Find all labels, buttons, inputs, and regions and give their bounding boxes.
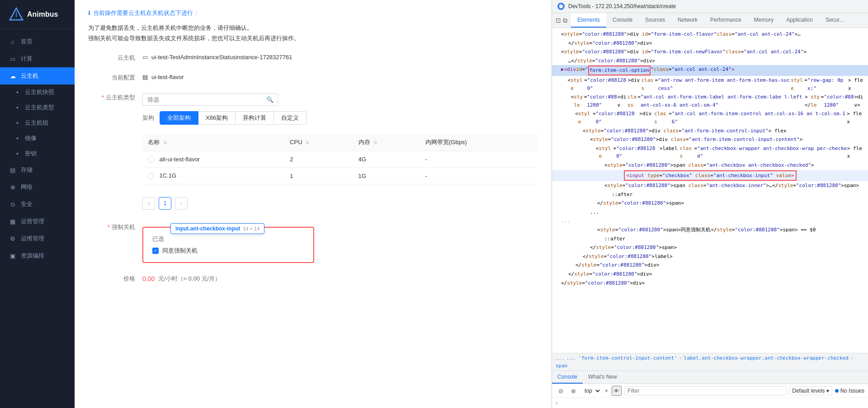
sidebar-item-security[interactable]: ⊙ 安全 bbox=[0, 196, 75, 213]
code-line[interactable]: <style="color:#881280">div class="ant-fo… bbox=[552, 127, 868, 136]
code-line[interactable]: <style="color:#881280">div class="ant-co… bbox=[552, 109, 868, 126]
arch-btn-all[interactable]: 全部架构 bbox=[160, 111, 198, 125]
breadcrumb-item-2[interactable]: label.ant-checkbox-wrapper.ant-checkbox-… bbox=[684, 355, 849, 361]
code-line[interactable]: <style="color:#881280">div class="ant-co… bbox=[552, 93, 868, 109]
sidebar-item-vmtype[interactable]: 云主机类型 bbox=[0, 100, 75, 115]
code-line[interactable]: ::after bbox=[552, 190, 868, 199]
devtools-tab-memory[interactable]: Memory bbox=[748, 13, 780, 28]
sidebar-item-network-label: 网络 bbox=[21, 183, 33, 191]
sidebar-item-storage[interactable]: ▤ 存储 bbox=[0, 161, 75, 178]
sidebar-item-storage-label: 存储 bbox=[21, 166, 33, 174]
devtools-tab-performance[interactable]: Performance bbox=[704, 13, 748, 28]
code-line[interactable]: </style="color:#881280">div> bbox=[552, 261, 868, 270]
ops-icon: ▦ bbox=[9, 218, 16, 225]
sidebar-item-devops[interactable]: ⚙ 运维管理 bbox=[0, 230, 75, 247]
code-line[interactable]: <style="color:#881280">label class="ant-… bbox=[552, 144, 868, 161]
vm-type-label: 云主机类型 bbox=[88, 91, 142, 102]
table-row[interactable]: 1C.1G 1 1G - bbox=[142, 168, 538, 184]
device-icon[interactable]: ⧉ bbox=[563, 17, 567, 24]
sort-icon-memory[interactable]: ⇅ bbox=[373, 140, 377, 145]
vm-name-row: 云主机 ▭ ui-test-TestAdminInstanceStatusins… bbox=[88, 51, 538, 62]
console-tab-whatsnew[interactable]: What's New bbox=[583, 371, 623, 384]
home-icon: ⌂ bbox=[9, 38, 16, 45]
code-line[interactable]: ::after bbox=[552, 234, 868, 244]
default-levels-select[interactable]: Default levels ▾ bbox=[789, 386, 832, 395]
code-line[interactable]: <style="color:#881280">div class="ant-fo… bbox=[552, 135, 868, 144]
console-context-select[interactable]: top bbox=[581, 386, 601, 395]
console-tab-console[interactable]: Console bbox=[552, 371, 583, 384]
console-eye-btn[interactable]: 👁 bbox=[612, 386, 622, 396]
sidebar-item-ops[interactable]: ▦ 运营管理 bbox=[0, 213, 75, 230]
code-line[interactable]: <style="color:#881280">div class="ant-ro… bbox=[552, 76, 868, 93]
devtools-tab-security[interactable]: Secur... bbox=[819, 13, 850, 28]
code-line[interactable]: </style="color:#881280">div> bbox=[552, 39, 868, 48]
sidebar-item-resource[interactable]: ▣ 资源编排 bbox=[0, 247, 75, 264]
warning-text-block: 为了避免数据丢失，云主机将关机中断您的业务，请仔细确认。 强制关机可能会导致数据… bbox=[88, 23, 538, 44]
arch-btn-x86[interactable]: X86架构 bbox=[198, 111, 236, 125]
prev-page-btn[interactable]: ‹ bbox=[142, 197, 155, 210]
forced-shutdown-label: 强制关机 bbox=[88, 220, 142, 231]
sidebar-item-home[interactable]: ⌂ 首页 bbox=[0, 33, 75, 50]
svg-point-2 bbox=[559, 5, 563, 8]
devtools-tab-elements[interactable]: Elements bbox=[571, 13, 606, 28]
code-line[interactable]: <style="color:#881280">div id="form-item… bbox=[552, 47, 868, 56]
code-line[interactable]: <style="color:#881280">span class="ant-c… bbox=[552, 181, 868, 190]
tooltip-name-text: input.ant-checkbox-input bbox=[175, 225, 240, 232]
sidebar-item-vm[interactable]: ☁ 云主机 bbox=[0, 67, 75, 84]
code-line[interactable]: <style="color:#881280">span class="ant-c… bbox=[552, 161, 868, 170]
radio-btn[interactable] bbox=[148, 173, 154, 179]
code-line[interactable]: <style="color:#881280">span>同意强制关机</styl… bbox=[552, 225, 868, 234]
current-config-value: ▤ ui-test-flavor bbox=[142, 71, 538, 80]
sidebar-item-snapshot[interactable]: 云主机快照 bbox=[0, 84, 75, 100]
sidebar: Animbus ⌂ 首页 ▭ 计算 ☁ 云主机 云主机快照 云主机类型 云主机组… bbox=[0, 0, 75, 408]
devtools-panel: DevTools - 172.20.154.250/heat/stack/cre… bbox=[552, 0, 868, 408]
console-input[interactable] bbox=[560, 400, 864, 406]
devtools-code-area: <style="color:#881280">div id="form-item… bbox=[552, 28, 868, 353]
logo-text: Animbus bbox=[27, 10, 58, 19]
inspect-icon[interactable]: ⊡ bbox=[556, 17, 561, 24]
vm-type-content: 🔍 架构 全部架构 X86架构 异构计算 自定义 bbox=[142, 91, 538, 211]
sidebar-item-home-label: 首页 bbox=[21, 38, 33, 46]
console-clear-btn[interactable]: ⊘ bbox=[556, 386, 566, 396]
page-1-btn[interactable]: 1 bbox=[159, 197, 171, 210]
agree-checkbox-row: 同意强制关机 bbox=[152, 247, 304, 255]
current-config-row: 当前配置 ▤ ui-test-flavor bbox=[88, 71, 538, 82]
search-input[interactable] bbox=[142, 94, 278, 106]
breadcrumb-item-3[interactable]: span bbox=[556, 363, 568, 369]
code-line[interactable]: </style="color:#881280">div> bbox=[552, 270, 868, 279]
sidebar-item-vmtype-label: 云主机类型 bbox=[25, 103, 54, 112]
code-line[interactable]: </style="color:#881280">div> bbox=[552, 279, 868, 288]
console-filter-input[interactable] bbox=[624, 386, 786, 395]
devtools-breadcrumb: ... ... 'form-item-control-input-content… bbox=[552, 353, 868, 370]
code-line[interactable]: </style="color:#881280">span> bbox=[552, 199, 868, 208]
sidebar-item-image[interactable]: 镜像 bbox=[0, 131, 75, 146]
devtools-tab-network[interactable]: Network bbox=[671, 13, 704, 28]
resource-icon: ▣ bbox=[9, 252, 16, 259]
table-row[interactable]: alt-ui-test-flavor 2 4G - bbox=[142, 151, 538, 168]
arch-btn-custom[interactable]: 自定义 bbox=[274, 111, 307, 125]
sidebar-item-key[interactable]: 密钥 bbox=[0, 146, 75, 161]
code-line[interactable]: ▶ <div id="form-item-col-option" class="… bbox=[552, 65, 868, 76]
sidebar-item-vmgroup[interactable]: 云主机组 bbox=[0, 115, 75, 131]
sidebar-item-network[interactable]: ⊕ 网络 bbox=[0, 178, 75, 196]
code-line[interactable]: <input type="checkbox" class="ant-checkb… bbox=[552, 170, 868, 182]
vm-type-row: 云主机类型 🔍 架构 全部架构 X86架构 异构计算 自定义 bbox=[88, 91, 538, 211]
devtools-tab-sources[interactable]: Sources bbox=[639, 13, 671, 28]
sort-icon-cpu[interactable]: ⇅ bbox=[306, 140, 309, 145]
arch-btn-hetero[interactable]: 异构计算 bbox=[236, 111, 274, 125]
next-page-btn[interactable]: › bbox=[175, 197, 188, 210]
sidebar-item-compute[interactable]: ▭ 计算 bbox=[0, 50, 75, 67]
agree-checkbox[interactable] bbox=[152, 248, 159, 254]
devtools-tab-console[interactable]: Console bbox=[606, 13, 639, 28]
sort-icon-name[interactable]: ⇅ bbox=[163, 140, 167, 145]
console-stop-btn[interactable]: ⊗ bbox=[568, 386, 578, 396]
code-line[interactable]: ... bbox=[552, 208, 868, 217]
code-line[interactable]: </style="color:#881280">span> bbox=[552, 243, 868, 252]
breadcrumb-item-1[interactable]: ... 'form-item-control-input-content' bbox=[566, 355, 677, 361]
devtools-tab-application[interactable]: Application bbox=[780, 13, 819, 28]
radio-btn[interactable] bbox=[148, 156, 154, 163]
code-line[interactable]: <style="color:#881280">div id="form-item… bbox=[552, 30, 868, 39]
code-line[interactable]: …</style="color:#881280">div> bbox=[552, 56, 868, 66]
code-line[interactable]: </style="color:#881280">label> bbox=[552, 252, 868, 261]
sidebar-item-compute-label: 计算 bbox=[21, 55, 33, 63]
